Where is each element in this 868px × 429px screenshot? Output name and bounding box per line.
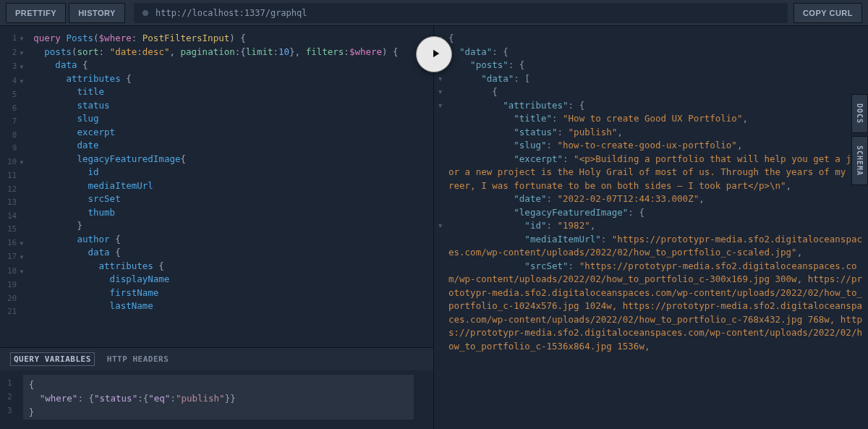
schema-tab[interactable]: SCHEMA	[851, 136, 868, 185]
bottom-panel: QUERY VARIABLES HTTP HEADERS 123 { "wher…	[0, 347, 433, 429]
editor-column: 1▼2▼3▼4▼5678910▼111213141516▼17▼18▼19202…	[0, 26, 434, 429]
result-code: { "data": { "posts": { "data": [ { "attr…	[443, 26, 868, 429]
tab-query-variables[interactable]: QUERY VARIABLES	[10, 352, 95, 366]
result-fold-gutter: ▼▼▼▼▼▼▼	[434, 26, 443, 429]
query-editor[interactable]: 1▼2▼3▼4▼5678910▼111213141516▼17▼18▼19202…	[0, 26, 433, 347]
result-column: ▼▼▼▼▼▼▼ { "data": { "posts": { "data": […	[434, 26, 868, 429]
query-line-gutter: 1▼2▼3▼4▼5678910▼111213141516▼17▼18▼19202…	[0, 26, 27, 347]
toolbar: PRETTIFY HISTORY COPY CURL	[0, 0, 868, 26]
main-area: 1▼2▼3▼4▼5678910▼111213141516▼17▼18▼19202…	[0, 26, 868, 429]
status-dot-icon	[142, 10, 148, 16]
play-icon	[427, 47, 442, 62]
variables-editor[interactable]: 123 { "where": {"status":{"eq":"publish"…	[0, 370, 433, 429]
side-tabs: DOCS SCHEMA	[851, 94, 868, 185]
variables-line-gutter: 123	[0, 370, 23, 423]
variables-code[interactable]: { "where": {"status":{"eq":"publish"}}}	[23, 375, 414, 420]
prettify-button[interactable]: PRETTIFY	[6, 3, 66, 23]
query-code[interactable]: query Posts($where: PostFiltersInput) { …	[27, 26, 404, 347]
docs-tab[interactable]: DOCS	[851, 94, 868, 133]
copy-curl-button[interactable]: COPY CURL	[793, 3, 862, 23]
tab-http-headers[interactable]: HTTP HEADERS	[103, 352, 172, 366]
history-button[interactable]: HISTORY	[69, 3, 125, 23]
bottom-tab-row: QUERY VARIABLES HTTP HEADERS	[0, 348, 433, 370]
url-input-wrap	[134, 3, 788, 23]
endpoint-url-input[interactable]	[156, 8, 779, 18]
execute-button[interactable]	[416, 36, 452, 72]
